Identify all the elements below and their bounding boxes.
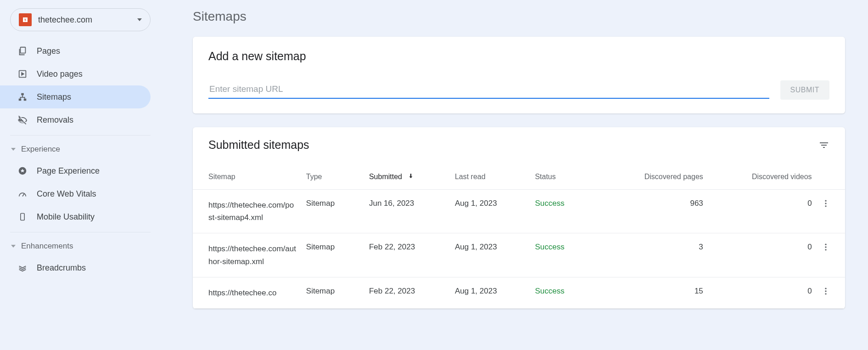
section-label: Enhancements bbox=[21, 242, 73, 251]
chevron-down-icon bbox=[11, 148, 16, 151]
sidebar-item-label: Mobile Usability bbox=[37, 212, 95, 222]
sidebar-item-mobile-usability[interactable]: Mobile Usability bbox=[0, 205, 151, 228]
sidebar-item-core-web-vitals[interactable]: Core Web Vitals bbox=[0, 182, 151, 205]
cell-pages: 15 bbox=[610, 277, 708, 308]
sidebar-item-sitemaps[interactable]: Sitemaps bbox=[0, 85, 151, 108]
cell-type: Sitemap bbox=[302, 190, 364, 233]
sidebar-item-page-experience[interactable]: Page Experience bbox=[0, 159, 151, 182]
core-web-vitals-icon bbox=[17, 189, 28, 199]
divider bbox=[10, 135, 151, 135]
section-label: Experience bbox=[21, 145, 60, 154]
removals-icon bbox=[17, 114, 28, 125]
row-menu-button[interactable] bbox=[817, 277, 845, 308]
mobile-usability-icon bbox=[17, 212, 28, 222]
sitemap-url-input[interactable] bbox=[208, 81, 769, 99]
svg-point-14 bbox=[825, 290, 826, 292]
col-type[interactable]: Type bbox=[302, 165, 364, 190]
submit-button[interactable]: SUBMIT bbox=[780, 80, 829, 100]
add-sitemap-card: Add a new sitemap SUBMIT bbox=[193, 37, 845, 113]
filter-icon[interactable] bbox=[818, 140, 829, 151]
col-discovered-pages[interactable]: Discovered pages bbox=[610, 165, 708, 190]
svg-point-15 bbox=[825, 293, 826, 294]
cell-submitted: Feb 22, 2023 bbox=[364, 277, 450, 308]
sidebar-item-label: Breadcrumbs bbox=[37, 263, 86, 273]
section-enhancements[interactable]: Enhancements bbox=[0, 236, 161, 256]
cell-last-read: Aug 1, 2023 bbox=[450, 190, 531, 233]
svg-rect-0 bbox=[20, 47, 25, 53]
table-row[interactable]: https://thetechee.com/author-sitemap.xml… bbox=[193, 233, 845, 277]
sidebar-item-label: Page Experience bbox=[37, 166, 100, 176]
add-sitemap-title: Add a new sitemap bbox=[208, 50, 829, 63]
cell-url: https://thetechee.com/author-sitemap.xml bbox=[193, 233, 302, 277]
svg-point-10 bbox=[825, 244, 826, 245]
cell-status: Success bbox=[530, 277, 610, 308]
sidebar-item-breadcrumbs[interactable]: Breadcrumbs bbox=[0, 256, 151, 279]
property-favicon bbox=[19, 13, 32, 26]
svg-rect-2 bbox=[21, 93, 24, 96]
cell-status: Success bbox=[530, 233, 610, 277]
col-actions bbox=[817, 165, 845, 190]
cell-status: Success bbox=[530, 190, 610, 233]
submitted-sitemaps-title: Submitted sitemaps bbox=[208, 138, 309, 152]
cell-videos: 0 bbox=[708, 277, 817, 308]
sitemaps-icon bbox=[17, 92, 28, 102]
cell-pages: 963 bbox=[610, 190, 708, 233]
col-submitted[interactable]: Submitted bbox=[364, 165, 450, 190]
sitemaps-table: Sitemap Type Submitted Last read Status … bbox=[193, 165, 845, 309]
svg-point-8 bbox=[825, 203, 826, 204]
sidebar-item-removals[interactable]: Removals bbox=[0, 108, 151, 131]
cell-type: Sitemap bbox=[302, 277, 364, 308]
cell-last-read: Aug 1, 2023 bbox=[450, 233, 531, 277]
submitted-sitemaps-card: Submitted sitemaps Sitemap Type Submitte… bbox=[193, 127, 845, 309]
svg-point-13 bbox=[825, 288, 826, 289]
cell-last-read: Aug 1, 2023 bbox=[450, 277, 531, 308]
video-pages-icon bbox=[17, 69, 28, 79]
sidebar-item-label: Core Web Vitals bbox=[37, 189, 96, 199]
cell-url: https://thetechee.com/post-sitemap4.xml bbox=[193, 190, 302, 233]
sidebar-item-video-pages[interactable]: Video pages bbox=[0, 62, 151, 85]
col-sitemap[interactable]: Sitemap bbox=[193, 165, 302, 190]
chevron-down-icon bbox=[137, 18, 142, 21]
row-menu-button[interactable] bbox=[817, 233, 845, 277]
svg-rect-4 bbox=[24, 99, 27, 101]
table-row[interactable]: https://thetechee.com/post-sitemap4.xml … bbox=[193, 190, 845, 233]
sidebar-item-label: Sitemaps bbox=[37, 92, 71, 102]
svg-point-12 bbox=[825, 249, 826, 251]
svg-point-9 bbox=[825, 205, 826, 207]
breadcrumbs-icon bbox=[17, 263, 28, 273]
col-status[interactable]: Status bbox=[530, 165, 610, 190]
svg-point-11 bbox=[825, 247, 826, 248]
cell-type: Sitemap bbox=[302, 233, 364, 277]
cell-submitted: Feb 22, 2023 bbox=[364, 233, 450, 277]
section-experience[interactable]: Experience bbox=[0, 139, 161, 159]
pages-icon bbox=[17, 46, 28, 56]
property-selector[interactable]: thetechee.com bbox=[10, 8, 151, 31]
row-menu-button[interactable] bbox=[817, 190, 845, 233]
table-row[interactable]: https://thetechee.co Sitemap Feb 22, 202… bbox=[193, 277, 845, 308]
sort-descending-icon bbox=[408, 173, 414, 181]
sidebar-item-label: Video pages bbox=[37, 69, 83, 79]
page-title: Sitemaps bbox=[193, 9, 845, 24]
svg-point-7 bbox=[825, 200, 826, 202]
sidebar: thetechee.com Pages Video pages Sitemaps… bbox=[0, 0, 161, 350]
cell-url: https://thetechee.co bbox=[193, 277, 302, 308]
property-name: thetechee.com bbox=[38, 15, 137, 25]
sidebar-item-pages[interactable]: Pages bbox=[0, 40, 151, 62]
cell-submitted: Jun 16, 2023 bbox=[364, 190, 450, 233]
page-experience-icon bbox=[17, 166, 28, 176]
divider bbox=[10, 232, 151, 232]
cell-videos: 0 bbox=[708, 190, 817, 233]
sidebar-item-label: Pages bbox=[37, 46, 60, 56]
main-content: Sitemaps Add a new sitemap SUBMIT Submit… bbox=[161, 0, 868, 350]
cell-videos: 0 bbox=[708, 233, 817, 277]
svg-rect-3 bbox=[19, 99, 22, 101]
col-last-read[interactable]: Last read bbox=[450, 165, 531, 190]
cell-pages: 3 bbox=[610, 233, 708, 277]
chevron-down-icon bbox=[11, 245, 16, 248]
svg-rect-6 bbox=[21, 214, 24, 220]
sidebar-item-label: Removals bbox=[37, 115, 73, 125]
col-discovered-videos[interactable]: Discovered videos bbox=[708, 165, 817, 190]
